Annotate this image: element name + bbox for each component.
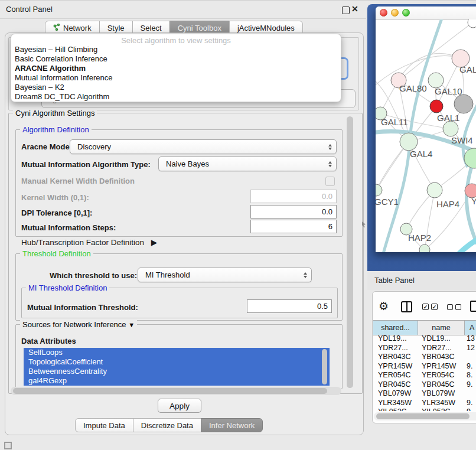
label-gal10: GAL10: [435, 86, 462, 96]
screen: Control Panel ✕ Network Style Select Cyn…: [0, 0, 476, 450]
mi-steps-field[interactable]: 6: [250, 220, 337, 233]
node-gal1[interactable]: [443, 121, 458, 136]
select-all-columns-icon[interactable]: ✓ ✓: [422, 304, 438, 310]
table-panel-title: Table Panel: [374, 276, 415, 285]
algorithm-option-aracne[interactable]: ARACNE Algorithm: [11, 64, 341, 73]
checked-box-icon: ✓: [422, 304, 429, 310]
gear-icon[interactable]: ⚙: [379, 301, 389, 312]
kernel-width-value: 0.0: [322, 192, 332, 201]
label-gcy1: GCY1: [376, 197, 399, 207]
threshold-definition-title: Threshold Definition: [20, 249, 93, 258]
float-window-icon[interactable]: [342, 6, 350, 14]
table-body: YDL19... YDL19... 13 YDR27... YDR27... 1…: [373, 334, 476, 411]
tab-cyni-toolbox-label: Cyni Toolbox: [178, 24, 221, 32]
tab-infer-network[interactable]: Infer Network: [201, 418, 263, 432]
table-row[interactable]: YER054C YER054C 8.: [373, 371, 476, 380]
attributes-list-scrollbar[interactable]: [322, 349, 327, 384]
table-row[interactable]: YBR043C YBR043C: [373, 353, 476, 362]
table-row[interactable]: YDR27... YDR27... 12: [373, 344, 476, 353]
algorithm-dropdown-popup: Select algorithm to view settings Bayesi…: [11, 34, 341, 102]
mi-threshold-value: 0.5: [317, 302, 328, 311]
sources-expander[interactable]: Sources for Network Inference ▼: [20, 320, 137, 329]
combo-stepper-icon: [304, 272, 307, 278]
apply-button[interactable]: Apply: [158, 399, 201, 413]
mi-type-combo[interactable]: Naive Bayes: [158, 156, 337, 171]
node-gal4[interactable]: [400, 133, 418, 151]
minimize-traffic-light-icon[interactable]: [391, 9, 399, 17]
settings-hscroll-track[interactable]: [11, 387, 341, 395]
zoom-traffic-light-icon[interactable]: [402, 9, 410, 17]
column-header-partial[interactable]: A: [465, 321, 476, 335]
table-row[interactable]: YLR345W YLR345W 9.: [373, 399, 476, 408]
label-swi4: SWI4: [451, 135, 473, 145]
network-icon: [53, 24, 60, 32]
table-row[interactable]: YBL079W YBL079W: [373, 389, 476, 399]
table-row[interactable]: YPR145W YPR145W 9.: [373, 362, 476, 371]
dpi-tolerance-value: 0.0: [322, 207, 332, 216]
mi-type-label: Mutual Information Algorithm Type:: [21, 160, 151, 169]
settings-vertical-scrollbar[interactable]: [347, 116, 353, 388]
algorithm-option-dream8[interactable]: Dream8 DC_TDC Algorithm: [11, 92, 341, 102]
aracne-mode-combo[interactable]: Discovery: [70, 139, 337, 154]
checked-box-icon: ✓: [431, 304, 438, 310]
algorithm-option-basic-correlation[interactable]: Basic Correlation Inference: [11, 54, 341, 64]
cyni-algorithm-settings-title: Cyni Algorithm Settings: [13, 109, 97, 118]
label-gal11: GAL11: [381, 117, 408, 127]
sources-title: Sources for Network Inference: [22, 320, 126, 329]
node-gcy1[interactable]: [376, 184, 382, 196]
dpi-tolerance-label: DPI Tolerance [0,1]:: [21, 208, 92, 217]
kernel-width-field[interactable]: 0.0: [250, 190, 337, 203]
manual-kernel-checkbox[interactable]: [325, 177, 335, 186]
attribute-item-topologicalcoefficient[interactable]: TopologicalCoefficient: [24, 357, 330, 367]
tab-discretize-data-label: Discretize Data: [141, 421, 193, 430]
attribute-item-betweennesscentrality[interactable]: BetweennessCentrality: [24, 367, 330, 376]
corner-grip[interactable]: [4, 442, 12, 449]
hub-tf-label: Hub/Transcription Factor Definition: [21, 238, 144, 247]
mi-threshold-field[interactable]: 0.5: [247, 299, 332, 313]
dpi-tolerance-field[interactable]: 0.0: [250, 205, 337, 219]
node-hap4[interactable]: [427, 182, 442, 198]
apply-button-label: Apply: [169, 402, 190, 410]
which-threshold-combo[interactable]: MI Threshold: [138, 268, 312, 282]
network-window-titlebar[interactable]: [376, 6, 476, 20]
table-hscroll-thumb[interactable]: [376, 413, 470, 419]
network-view-window[interactable]: GAL GAL80 GAL10 GAL1 GAL11 SWI4 GAL4 GCY…: [376, 6, 476, 252]
mi-steps-value: 6: [328, 222, 332, 231]
algorithm-definition-title: Algorithm Definition: [20, 125, 92, 134]
algorithm-option-mutual-information[interactable]: Mutual Information Inference: [11, 73, 341, 83]
hub-tf-expander[interactable]: Hub/Transcription Factor Definition ▶: [21, 237, 157, 247]
node-unlabeled-top[interactable]: [468, 19, 476, 28]
table-hscroll-track[interactable]: [374, 412, 476, 420]
table-row[interactable]: YBR045C YBR045C 9.: [373, 380, 476, 390]
network-node-labels: GAL GAL80 GAL10 GAL1 GAL11 SWI4 GAL4 GCY…: [376, 64, 476, 243]
attribute-item-gal4rgexp[interactable]: gal4RGexp: [24, 376, 330, 386]
close-icon[interactable]: ✕: [351, 4, 358, 14]
tab-discretize-data[interactable]: Discretize Data: [133, 418, 201, 432]
table-row[interactable]: YDL19... YDL19... 13: [373, 334, 476, 344]
deselect-all-columns-icon[interactable]: [447, 304, 461, 310]
column-header-shared-name[interactable]: shared...: [373, 321, 418, 335]
mi-threshold-group-title: MI Threshold Definition: [26, 283, 109, 292]
close-traffic-light-icon[interactable]: [380, 9, 387, 17]
unchecked-box-icon: [447, 304, 453, 310]
attribute-item-selfloops[interactable]: SelfLoops: [24, 348, 330, 357]
node-gray[interactable]: [454, 94, 473, 113]
kernel-width-label: Kernel Width (0,1):: [21, 193, 89, 202]
settings-hscroll-thumb[interactable]: [13, 388, 327, 394]
algorithm-option-bayesian-hill-climbing[interactable]: Bayesian – Hill Climbing: [11, 45, 341, 54]
aracne-mode-value: Discovery: [77, 142, 111, 151]
node-red-selected[interactable]: [430, 100, 443, 113]
table-row[interactable]: YIL052C YIL052C 9.: [373, 407, 476, 411]
unchecked-box-icon: [455, 304, 461, 310]
document-icon[interactable]: [470, 301, 476, 312]
table-header-row: shared... name A: [373, 320, 476, 335]
node-bottom[interactable]: [419, 244, 430, 252]
column-header-name[interactable]: name: [418, 321, 465, 335]
columns-icon[interactable]: [401, 301, 412, 312]
tab-style-label: Style: [107, 24, 125, 32]
mi-type-value: Naive Bayes: [166, 159, 209, 168]
mi-threshold-label: Mutual Information Threshold:: [27, 303, 138, 312]
bottom-tabbar: Impute Data Discretize Data Infer Networ…: [75, 418, 263, 432]
tab-impute-data[interactable]: Impute Data: [75, 418, 133, 432]
algorithm-option-bayesian-k2[interactable]: Bayesian – K2: [11, 83, 341, 92]
